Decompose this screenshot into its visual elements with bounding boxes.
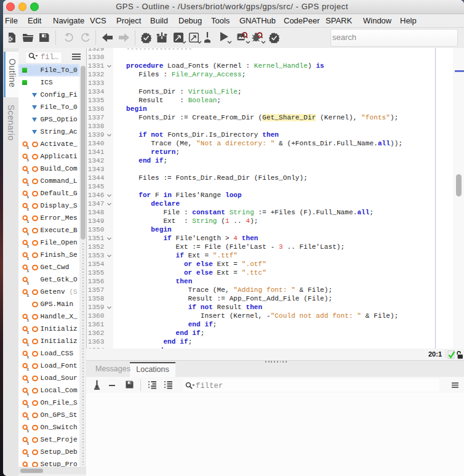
svg-text:s: s [27,243,30,248]
svg-text:s: s [27,194,30,198]
svg-text:s: s [27,231,30,235]
svg-text:s: s [27,354,30,358]
svg-text:s: s [27,342,30,346]
svg-text:s: s [27,440,30,445]
svg-text:s: s [27,219,30,223]
svg-text:s: s [27,366,30,371]
svg-text:s: s [27,206,30,211]
svg-text:s: s [27,403,30,408]
svg-text:s: s [27,317,30,321]
svg-text:s: s [27,292,30,297]
svg-text:s: s [27,329,30,334]
svg-text:s: s [27,428,30,432]
svg-text:s: s [27,157,30,161]
svg-text:s: s [27,182,30,186]
svg-text:s: s [27,268,30,272]
svg-text:s: s [27,391,30,395]
svg-text:s: s [27,280,30,284]
svg-text:s: s [27,416,30,420]
svg-text:s: s [27,453,30,457]
svg-text:s: s [27,256,30,260]
svg-text:s: s [27,379,30,383]
svg-text:s: s [27,169,30,174]
svg-text:s: s [27,145,30,149]
